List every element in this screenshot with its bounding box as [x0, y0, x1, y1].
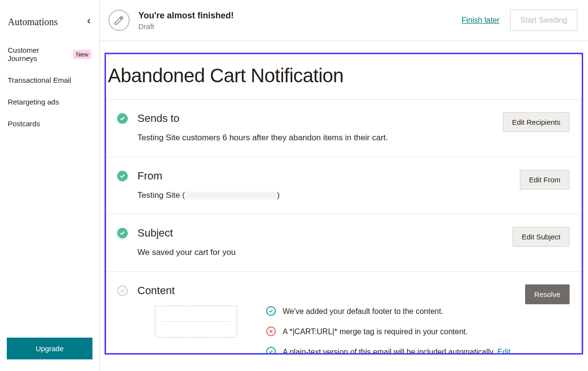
- from-prefix: Testing Site (: [137, 191, 185, 200]
- row-from: From Testing Site () Edit From: [106, 157, 581, 215]
- row-subject: Subject We saved your cart for you Edit …: [106, 214, 581, 272]
- sidebar-item-customer-journeys[interactable]: Customer Journeys New: [0, 39, 99, 69]
- content-msg-plaintext: A plain-text version of this email will …: [266, 346, 525, 355]
- new-badge: New: [73, 50, 91, 59]
- highlighted-frame: Abandoned Cart Notification Sends to Tes…: [105, 53, 583, 355]
- edit-subject-button[interactable]: Edit Subject: [513, 227, 570, 247]
- row-title: Content: [137, 284, 525, 297]
- topbar-subtitle: Draft: [138, 22, 234, 30]
- sidebar: Automations Customer Journeys New Transa…: [0, 0, 100, 371]
- topbar-actions: Finish later Start Sending: [462, 10, 577, 31]
- content-msg-cart-url: A *|CART:URL|* merge tag is required in …: [266, 326, 525, 338]
- sidebar-item-label: Postcards: [8, 119, 40, 128]
- row-title: From: [137, 170, 520, 182]
- check-ring-icon: [266, 347, 276, 355]
- row-title: Sends to: [137, 112, 503, 125]
- row-desc: Testing Site customers 6 hours after the…: [137, 132, 503, 144]
- check-circle-icon: [117, 171, 128, 181]
- check-circle-icon: [117, 228, 128, 238]
- row-body: Sends to Testing Site customers 6 hours …: [137, 112, 503, 144]
- row-content: Content We've added your default footer …: [106, 272, 581, 355]
- pencil-icon: [108, 10, 130, 31]
- upgrade-button[interactable]: Upgrade: [7, 338, 92, 359]
- msg-text: We've added your default footer to the c…: [283, 306, 443, 317]
- edit-plaintext-link[interactable]: Edit: [497, 348, 511, 355]
- sidebar-nav: Customer Journeys New Transactional Emai…: [0, 39, 99, 134]
- content-row-body: We've added your default footer to the c…: [137, 306, 525, 355]
- msg-text: A *|CART:URL|* merge tag is required in …: [283, 326, 467, 338]
- row-body: Subject We saved your cart for you: [137, 227, 513, 259]
- start-sending-button[interactable]: Start Sending: [510, 10, 577, 31]
- edit-recipients-button[interactable]: Edit Recipients: [503, 112, 570, 132]
- collapse-chevron-left-icon[interactable]: [86, 18, 92, 27]
- main-area: You're almost finished! Draft Finish lat…: [100, 0, 588, 371]
- sidebar-footer: Upgrade: [0, 338, 99, 371]
- from-suffix: ): [277, 191, 280, 200]
- msg-plaintext-pre: A plain-text version of this email will …: [283, 348, 497, 355]
- page-title: Abandoned Cart Notification: [106, 65, 582, 99]
- sidebar-item-label: Retargeting ads: [8, 98, 59, 106]
- sidebar-item-label: Customer Journeys: [8, 46, 70, 62]
- sidebar-item-label: Transactional Email: [8, 76, 71, 84]
- incomplete-circle-icon: [117, 285, 128, 296]
- resolve-button[interactable]: Resolve: [525, 284, 570, 304]
- sidebar-item-transactional-email[interactable]: Transactional Email: [0, 69, 99, 91]
- topbar: You're almost finished! Draft Finish lat…: [100, 0, 588, 41]
- row-desc: We saved your cart for you: [137, 246, 513, 259]
- check-ring-icon: [266, 306, 276, 316]
- sidebar-header: Automations: [0, 16, 99, 39]
- finish-later-link[interactable]: Finish later: [462, 16, 499, 25]
- from-redacted: [185, 192, 277, 199]
- row-desc: Testing Site (): [137, 189, 520, 202]
- sidebar-item-retargeting-ads[interactable]: Retargeting ads: [0, 91, 99, 113]
- campaign-panel: Sends to Testing Site customers 6 hours …: [106, 99, 582, 355]
- error-ring-icon: [266, 326, 276, 336]
- topbar-text: You're almost finished! Draft: [138, 11, 234, 30]
- content-wrap: Abandoned Cart Notification Sends to Tes…: [100, 41, 588, 371]
- content-msg-footer: We've added your default footer to the c…: [266, 306, 525, 317]
- row-title: Subject: [137, 227, 513, 239]
- row-body: Content We've added your default footer …: [137, 284, 525, 355]
- row-sends-to: Sends to Testing Site customers 6 hours …: [106, 100, 581, 157]
- content-thumbnail[interactable]: [155, 306, 237, 338]
- sidebar-item-postcards[interactable]: Postcards: [0, 113, 99, 134]
- msg-text: A plain-text version of this email will …: [283, 346, 511, 355]
- row-body: From Testing Site (): [137, 170, 520, 202]
- check-circle-icon: [117, 113, 128, 124]
- content-messages: We've added your default footer to the c…: [266, 306, 525, 355]
- sidebar-title: Automations: [8, 16, 58, 28]
- edit-from-button[interactable]: Edit From: [520, 170, 570, 190]
- topbar-title: You're almost finished!: [138, 11, 234, 21]
